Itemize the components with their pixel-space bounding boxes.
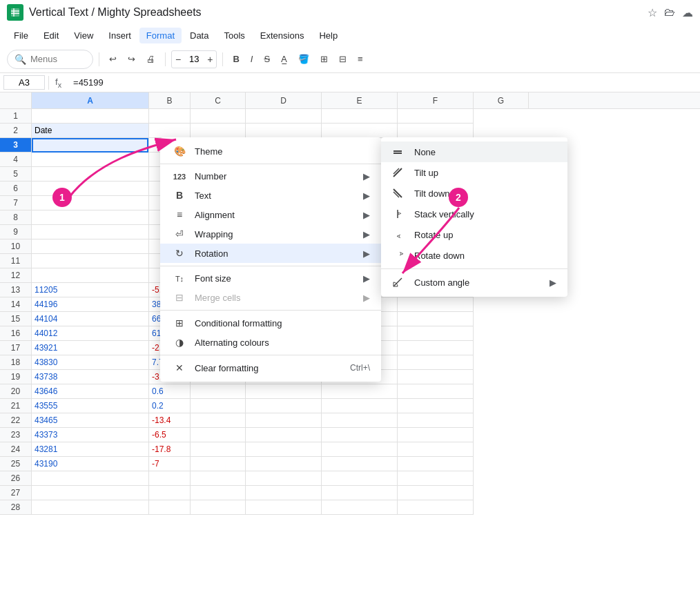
cell-A7[interactable] [32,196,148,210]
cell-B27[interactable] [149,486,190,500]
row-10[interactable]: 10 [0,239,32,254]
row-1[interactable]: 1 [0,109,32,124]
cell-A22[interactable]: 43465 [32,413,148,428]
font-color-button[interactable]: A̲ [277,51,291,67]
col-header-D[interactable]: D [246,92,322,108]
rotation-none[interactable]: None [381,141,567,162]
cell-B23[interactable]: -6.5 [149,428,190,442]
format-clear[interactable]: ✕ Clear formatting Ctrl+\ [160,358,381,377]
cell-A21[interactable]: 43555 [32,399,148,413]
col-header-B[interactable]: B [149,92,191,108]
format-font-size[interactable]: T↕ Font size ▶ [160,269,381,288]
row-24[interactable]: 24 [0,442,32,457]
col-header-E[interactable]: E [322,92,398,108]
cell-C1[interactable] [191,109,245,124]
rotation-custom-angle[interactable]: Custom angle ▶ [381,272,567,293]
cell-A26[interactable] [32,471,148,486]
format-merge-cells[interactable]: ⊟ Merge cells ▶ [160,288,381,307]
cell-A16[interactable]: 44012 [32,326,148,341]
font-size-increase[interactable]: + [204,51,216,68]
row-17[interactable]: 17 [0,341,32,355]
format-alignment[interactable]: ≡ Alignment ▶ [160,205,381,224]
cell-B28[interactable] [149,500,190,515]
row-23[interactable]: 23 [0,428,32,442]
cell-A6[interactable] [32,182,148,196]
cell-B24[interactable]: -17.8 [149,442,190,457]
cell-B26[interactable] [149,471,190,486]
cell-A27[interactable] [32,486,148,500]
row-9[interactable]: 9 [0,225,32,239]
rotation-tilt-up[interactable]: Tilt up [381,162,567,183]
cell-A24[interactable]: 43281 [32,442,148,457]
formula-value[interactable]: =45199 [68,77,697,88]
format-text[interactable]: B Text ▶ [160,186,381,205]
format-wrapping[interactable]: ⏎ Wrapping ▶ [160,224,381,244]
menu-edit[interactable]: Edit [37,28,66,43]
row-3[interactable]: 3 [0,138,32,153]
cell-A25[interactable]: 43190 [32,457,148,471]
cell-E1[interactable] [322,109,397,124]
row-27[interactable]: 27 [0,486,32,500]
cell-A9[interactable] [32,225,148,239]
row-11[interactable]: 11 [0,254,32,268]
row-13[interactable]: 13 [0,283,32,297]
row-2[interactable]: 2 [0,124,32,138]
align-button[interactable]: ≡ [353,51,367,67]
menu-view[interactable]: View [67,28,100,43]
col-header-A[interactable]: A [32,92,149,108]
borders-button[interactable]: ⊞ [316,51,332,67]
row-7[interactable]: 7 [0,196,32,210]
rotation-stack-vertically[interactable]: A Stack vertically [381,204,567,224]
cell-B22[interactable]: -13.4 [149,413,190,428]
format-number[interactable]: 123 Number ▶ [160,167,381,186]
cell-A2[interactable]: Date [32,124,148,138]
cell-reference[interactable]: A3 [3,75,45,90]
cell-A3[interactable] [32,138,148,153]
merge-button[interactable]: ⊟ [335,51,351,67]
cell-A5[interactable] [32,167,148,182]
row-21[interactable]: 21 [0,399,32,413]
print-button[interactable]: 🖨 [142,51,159,67]
cell-A17[interactable]: 43921 [32,341,148,355]
star-icon[interactable]: ☆ [648,6,657,19]
col-header-F[interactable]: F [398,92,474,108]
row-14[interactable]: 14 [0,297,32,312]
format-alternating[interactable]: ◑ Alternating colours [160,333,381,352]
rotation-tilt-down[interactable]: Tilt down [381,183,567,204]
menu-help[interactable]: Help [312,28,344,43]
col-header-C[interactable]: C [191,92,246,108]
row-6[interactable]: 6 [0,182,32,196]
format-rotation[interactable]: ↻ Rotation ▶ [160,244,381,263]
format-theme[interactable]: 🎨 Theme [160,141,381,161]
cell-A8[interactable] [32,210,148,225]
row-15[interactable]: 15 [0,312,32,326]
menu-insert[interactable]: Insert [101,28,138,43]
cell-A20[interactable]: 43646 [32,384,148,399]
row-25[interactable]: 25 [0,457,32,471]
bold-button[interactable]: B [229,51,243,67]
cell-A18[interactable]: 43830 [32,355,148,370]
italic-button[interactable]: I [246,51,257,67]
row-8[interactable]: 8 [0,210,32,225]
row-16[interactable]: 16 [0,326,32,341]
row-5[interactable]: 5 [0,167,32,182]
menu-tools[interactable]: Tools [217,28,251,43]
cloud-icon[interactable]: ☁ [682,6,693,19]
folder-icon[interactable]: 🗁 [664,6,675,19]
row-12[interactable]: 12 [0,268,32,283]
search-box[interactable]: 🔍 [7,50,93,69]
row-20[interactable]: 20 [0,384,32,399]
cell-F1[interactable] [398,109,473,124]
rotation-rotate-up[interactable]: A Rotate up [381,224,567,245]
cell-B2[interactable] [149,124,190,138]
cell-B25[interactable]: -7 [149,457,190,471]
format-conditional[interactable]: ⊞ Conditional formatting [160,313,381,333]
col-header-G[interactable]: G [474,92,529,108]
row-22[interactable]: 22 [0,413,32,428]
cell-A15[interactable]: 44104 [32,312,148,326]
cell-A19[interactable]: 43738 [32,370,148,384]
cell-A11[interactable] [32,254,148,268]
font-size-decrease[interactable]: − [172,51,184,68]
row-28[interactable]: 28 [0,500,32,515]
cell-A10[interactable] [32,239,148,254]
